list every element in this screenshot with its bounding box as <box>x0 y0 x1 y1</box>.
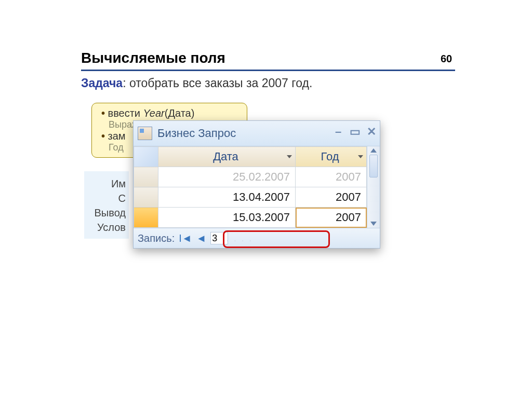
table-row[interactable]: 15.03.2007 2007 <box>134 208 367 228</box>
record-navigator: Запись: I◄ ◄ . . . . <box>134 228 380 248</box>
minimize-button[interactable]: – <box>333 125 343 139</box>
table-row[interactable]: 13.04.2007 2007 <box>134 187 367 208</box>
dropdown-icon[interactable] <box>287 155 292 158</box>
scroll-up-icon[interactable] <box>370 148 377 153</box>
window-titlebar[interactable]: Бизнес Запрос – ▭ ✕ <box>134 121 380 146</box>
select-all-corner[interactable] <box>134 147 158 167</box>
highlight-annotation: . . . . <box>223 230 330 248</box>
column-header-date[interactable]: Дата <box>158 147 296 167</box>
row-selector[interactable] <box>134 208 158 228</box>
query-icon <box>138 127 152 140</box>
background-design-labels: Им С Вывод Услов <box>84 171 129 239</box>
scroll-down-icon[interactable] <box>370 222 377 226</box>
task-line: Задача: отобрать все заказы за 2007 год. <box>81 76 455 90</box>
column-header-year[interactable]: Год <box>296 147 367 167</box>
task-label: Задача <box>81 76 123 90</box>
selected-cell[interactable]: 2007 <box>296 208 367 228</box>
nav-prev-button[interactable]: ◄ <box>196 232 207 244</box>
slide-title: Вычисляемые поля <box>81 50 455 66</box>
table-row[interactable]: 25.02.2007 2007 <box>134 167 367 187</box>
record-label: Запись: <box>138 232 175 244</box>
window-title: Бизнес Запрос <box>157 127 236 140</box>
dropdown-icon[interactable] <box>358 155 363 158</box>
maximize-button[interactable]: ▭ <box>350 125 360 139</box>
title-divider <box>81 70 455 71</box>
scrollbar-thumb[interactable] <box>369 155 378 177</box>
nav-hidden-controls: . . . . <box>227 236 253 243</box>
vertical-scrollbar[interactable] <box>367 146 380 228</box>
row-selector[interactable] <box>134 187 158 208</box>
data-grid[interactable]: Дата Год 25.02.2007 2007 13 <box>134 146 367 228</box>
nav-first-button[interactable]: I◄ <box>179 232 192 244</box>
task-text: : отобрать все заказы за 2007 год. <box>123 76 312 90</box>
row-selector[interactable] <box>134 167 158 187</box>
datasheet-window: Бизнес Запрос – ▭ ✕ Дата Год <box>133 120 380 249</box>
close-button[interactable]: ✕ <box>366 125 377 139</box>
